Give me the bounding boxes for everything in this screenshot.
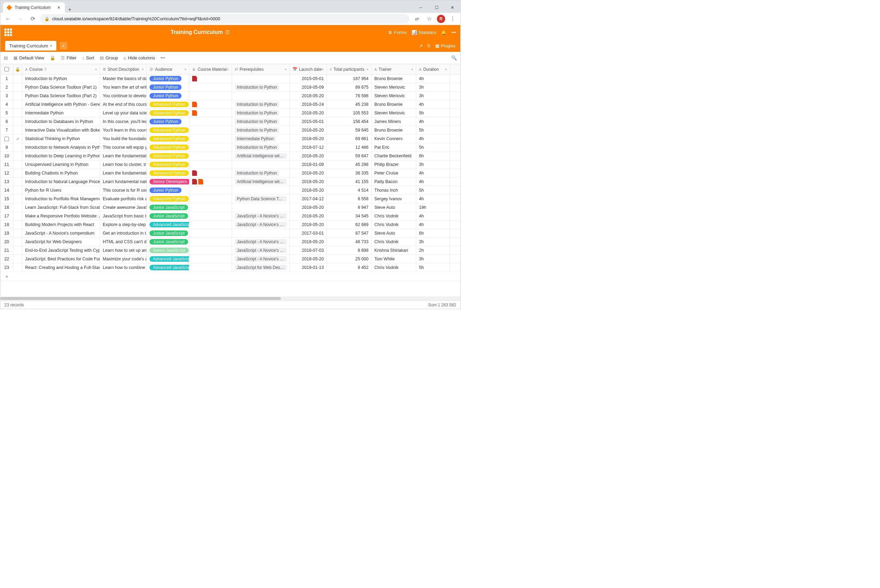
- cell-material[interactable]: [190, 100, 232, 108]
- cell-total-participants[interactable]: 4 514: [327, 186, 372, 194]
- bookmark-icon[interactable]: ☆: [424, 14, 434, 24]
- cell-trainer[interactable]: Chris Vodnik: [372, 263, 416, 272]
- select-all-checkbox[interactable]: [0, 64, 14, 74]
- cell-launch-date[interactable]: 2018-07-03: [290, 246, 327, 255]
- cell-total-participants[interactable]: 8 558: [327, 195, 372, 203]
- cell-course[interactable]: Introduction to Python: [23, 75, 100, 83]
- row-expand[interactable]: [14, 220, 23, 229]
- row-number[interactable]: 1: [0, 75, 14, 83]
- forward-button[interactable]: →: [15, 14, 25, 24]
- export-icon[interactable]: ⎘: [428, 43, 430, 48]
- cell-trainer[interactable]: Thonas Inch: [372, 186, 416, 194]
- row-number[interactable]: 15: [0, 195, 14, 203]
- row-expand[interactable]: [14, 263, 23, 272]
- table-row[interactable]: 10Introduction to Deep Learning in Pytho…: [0, 152, 460, 160]
- filter-button[interactable]: ☰Filter: [61, 55, 77, 60]
- cell-total-participants[interactable]: 48 733: [327, 238, 372, 246]
- cell-material[interactable]: [190, 92, 232, 100]
- col-trainer[interactable]: ATrainer▾: [372, 64, 416, 74]
- chevron-down-icon[interactable]: ▾: [445, 68, 447, 71]
- cell-description[interactable]: Level up your data scien...: [100, 109, 147, 117]
- cell-trainer[interactable]: Steven Meriovic: [372, 92, 416, 100]
- search-icon[interactable]: 🔍: [451, 55, 457, 60]
- cell-description[interactable]: HTML and CSS can't do ...: [100, 238, 147, 246]
- cell-total-participants[interactable]: 89 675: [327, 83, 372, 92]
- table-row[interactable]: 2Python Data Science Toolbox (Part 1)You…: [0, 83, 460, 92]
- cell-prerequisites[interactable]: Intermediate Python: [232, 135, 290, 143]
- cell-course[interactable]: Python Data Science Toolbox (Part 1): [23, 83, 100, 92]
- cell-course[interactable]: Statistical Thinking in Python: [23, 135, 100, 143]
- cell-prerequisites[interactable]: Python Data Science Toolbox (Part: [232, 195, 290, 203]
- new-tab-button[interactable]: +: [65, 6, 75, 13]
- cell-total-participants[interactable]: 45 238: [327, 100, 372, 108]
- cell-prerequisites[interactable]: JavaScript - A Novice's compendium: [232, 238, 290, 246]
- table-row[interactable]: 13Introduction to Natural Language Proce…: [0, 178, 460, 186]
- cell-material[interactable]: [190, 263, 232, 272]
- cell-material[interactable]: [190, 212, 232, 220]
- cell-duration[interactable]: 3h: [416, 160, 450, 169]
- cell-total-participants[interactable]: 25 000: [327, 255, 372, 263]
- cell-course[interactable]: Building Chatbots in Python: [23, 169, 100, 177]
- cell-prerequisites[interactable]: JavaScript - A Novice's compendium: [232, 212, 290, 220]
- minimize-button[interactable]: ─: [413, 2, 429, 13]
- cell-course[interactable]: Building Modern Projects with React: [23, 220, 100, 229]
- cell-material[interactable]: [190, 220, 232, 229]
- cell-description[interactable]: Create awesome JavaScr...: [100, 203, 147, 212]
- cell-launch-date[interactable]: 2018-05-20: [290, 135, 327, 143]
- cell-material[interactable]: [190, 255, 232, 263]
- close-tab-icon[interactable]: ✕: [56, 5, 62, 10]
- col-total-participants[interactable]: #Total participants▾: [327, 64, 372, 74]
- col-material[interactable]: 🗎Course Material▾: [190, 64, 232, 74]
- cell-duration[interactable]: 4h: [416, 212, 450, 220]
- cell-audience[interactable]: Advanced Python: [147, 135, 190, 143]
- prereq-chip[interactable]: Introduction to Python: [235, 170, 279, 176]
- cell-description[interactable]: Learn how to set up an ...: [100, 246, 147, 255]
- cell-launch-date[interactable]: 2018-05-20: [290, 186, 327, 194]
- cell-trainer[interactable]: Kevin Conners: [372, 135, 416, 143]
- cell-description[interactable]: Get an introduction in t...: [100, 229, 147, 237]
- cell-course[interactable]: React: Creating and Hosting a Full-Stack…: [23, 263, 100, 272]
- cell-description[interactable]: At the end of this cours...: [100, 100, 147, 108]
- cell-total-participants[interactable]: 62 689: [327, 220, 372, 229]
- row-expand[interactable]: [14, 178, 23, 186]
- row-expand[interactable]: [14, 126, 23, 134]
- col-prerequisites[interactable]: ⇄Prerequisites▾: [232, 64, 290, 74]
- cell-prerequisites[interactable]: Artificial Intelligence with Python -: [232, 152, 290, 160]
- cell-material[interactable]: [190, 186, 232, 194]
- back-button[interactable]: ←: [3, 14, 13, 24]
- cell-material[interactable]: [190, 117, 232, 126]
- cell-launch-date[interactable]: 2018-05-20: [290, 92, 327, 100]
- cell-course[interactable]: JavaScript: Best Practices for Code Form…: [23, 255, 100, 263]
- cell-launch-date[interactable]: 2018-05-20: [290, 169, 327, 177]
- cell-prerequisites[interactable]: [232, 186, 290, 194]
- row-expand[interactable]: [14, 255, 23, 263]
- cell-course[interactable]: Python Data Science Toolbox (Part 2): [23, 92, 100, 100]
- table-row[interactable]: 16Learn JavaScript: Full-Stack from Scra…: [0, 203, 460, 212]
- chevron-down-icon[interactable]: ▾: [367, 68, 369, 71]
- statistics-button[interactable]: 📊Statistics: [411, 30, 436, 35]
- prereq-chip[interactable]: Python Data Science Toolbox (Part: [235, 196, 287, 202]
- cell-duration[interactable]: 4h: [416, 135, 450, 143]
- col-description[interactable]: ≣Short Description▾: [100, 64, 147, 74]
- cell-duration[interactable]: 3h: [416, 83, 450, 92]
- cell-material[interactable]: [190, 143, 232, 152]
- row-number[interactable]: 16: [0, 203, 14, 212]
- file-attachment-icon[interactable]: [192, 179, 197, 184]
- table-row[interactable]: 23React: Creating and Hosting a Full-Sta…: [0, 263, 460, 272]
- cell-material[interactable]: [190, 126, 232, 134]
- cell-trainer[interactable]: Sergey Ivanov: [372, 195, 416, 203]
- cell-prerequisites[interactable]: JavaScript - A Novice's compendium: [232, 255, 290, 263]
- row-number[interactable]: 18: [0, 220, 14, 229]
- row-number[interactable]: 14: [0, 186, 14, 194]
- scrollbar-thumb[interactable]: [0, 297, 281, 300]
- col-course[interactable]: ACourse?▾: [23, 64, 100, 74]
- cell-prerequisites[interactable]: Introduction to Python: [232, 143, 290, 152]
- cell-audience[interactable]: Advanced Python: [147, 143, 190, 152]
- close-window-button[interactable]: ✕: [444, 2, 460, 13]
- cell-material[interactable]: [190, 246, 232, 255]
- cell-trainer[interactable]: James Miners: [372, 117, 416, 126]
- prereq-chip[interactable]: JavaScript - A Novice's compendium: [235, 248, 287, 253]
- cell-prerequisites[interactable]: [232, 229, 290, 237]
- address-bar[interactable]: 🔒 cloud.seatable.io/workspace/924/dtable…: [40, 14, 409, 24]
- cell-prerequisites[interactable]: Artificial Intelligence with Python -: [232, 178, 290, 186]
